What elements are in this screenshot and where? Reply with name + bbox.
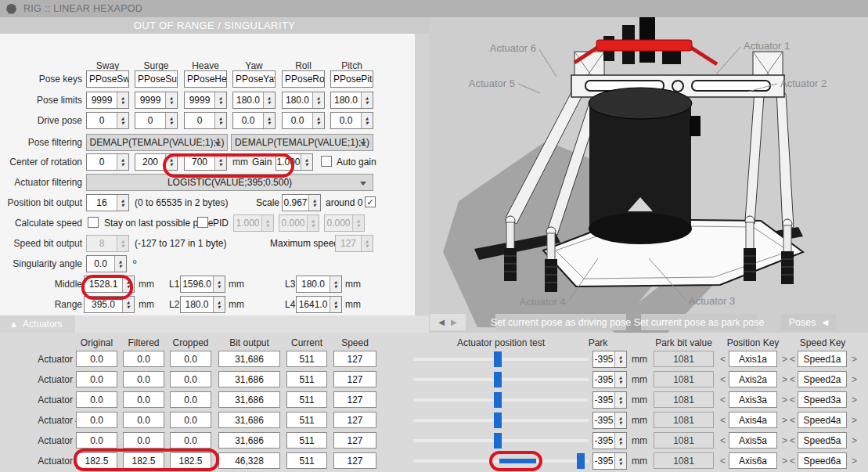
position-key-prev-button[interactable]: < <box>720 374 726 385</box>
spinner-arrows-icon[interactable]: ▲▼ <box>312 113 324 128</box>
actuator-position-test-slider[interactable] <box>413 432 589 449</box>
speed-key-next-button[interactable]: > <box>852 395 857 405</box>
spinner-arrows-icon[interactable]: ▲▼ <box>117 154 128 170</box>
spinner-arrows-icon[interactable]: ▲▼ <box>361 113 373 128</box>
position-key-next-button[interactable]: > <box>782 374 787 385</box>
spinner-arrows-icon[interactable]: ▲▼ <box>117 92 128 108</box>
speed-key-field[interactable]: Speed1a <box>798 351 847 367</box>
l4-spinner[interactable]: 1641.0▲▼ <box>296 296 342 313</box>
position-key-prev-button[interactable]: < <box>720 435 726 446</box>
spinner-arrows-icon[interactable]: ▲▼ <box>330 276 341 292</box>
calculate-speed-checkbox[interactable] <box>88 217 99 228</box>
hexapod-3d-viewport[interactable]: Actuator 6 Actuator 1 Actuator 5 Actuato… <box>429 17 868 333</box>
spinner-arrows-icon[interactable]: ▲▼ <box>214 92 226 108</box>
speed-key-field[interactable]: Speed2a <box>798 371 847 387</box>
position-key-prev-button[interactable]: < <box>720 415 726 426</box>
middle-spinner[interactable]: 1528.1▲▼ <box>84 276 135 293</box>
spinner-arrows-icon[interactable]: ▲▼ <box>117 195 128 211</box>
pid-checkbox[interactable] <box>197 217 208 228</box>
drive-pose-heave-spinner[interactable]: 0▲▼ <box>184 112 227 129</box>
actuator-position-test-slider[interactable] <box>413 452 589 470</box>
drive-pose-surge-spinner[interactable]: 0▲▼ <box>135 112 178 129</box>
park-spinner[interactable]: -395▲▼ <box>592 452 627 470</box>
speed-key-next-button[interactable]: > <box>852 456 857 467</box>
speed-key-next-button[interactable]: > <box>852 374 857 385</box>
singularity-angle-spinner[interactable]: 0.0▲▼ <box>86 255 127 272</box>
position-key-next-button[interactable]: > <box>782 354 787 365</box>
speed-key-prev-button[interactable]: < <box>790 456 795 467</box>
spinner-arrows-icon[interactable]: ▲▼ <box>614 413 626 428</box>
speed-key-prev-button[interactable]: < <box>790 354 795 365</box>
drive-pose-pitch-spinner[interactable]: 0.0▲▼ <box>330 112 373 129</box>
spinner-arrows-icon[interactable]: ▲▼ <box>263 113 275 128</box>
actuator-position-test-slider[interactable] <box>413 391 589 409</box>
spinner-arrows-icon[interactable]: ▲▼ <box>165 92 177 108</box>
park-spinner[interactable]: -395▲▼ <box>592 432 627 449</box>
cor-z-spinner[interactable]: 700▲▼ <box>184 153 227 171</box>
around-zero-checkbox[interactable] <box>365 196 376 207</box>
l3-spinner[interactable]: 180.0▲▼ <box>296 276 342 293</box>
slider-handle[interactable] <box>494 351 502 367</box>
next-pose-icon[interactable]: ▶ <box>451 318 457 326</box>
spinner-arrows-icon[interactable]: ▲▼ <box>165 113 177 128</box>
slider-handle[interactable] <box>494 372 502 387</box>
spinner-arrows-icon[interactable]: ▲▼ <box>214 154 226 170</box>
speed-key-next-button[interactable]: > <box>852 354 857 365</box>
l2-spinner[interactable]: 180.0▲▼ <box>180 296 225 313</box>
drive-pose-roll-spinner[interactable]: 0.0▲▼ <box>282 112 325 129</box>
park-spinner[interactable]: -395▲▼ <box>592 351 627 368</box>
spinner-arrows-icon[interactable]: ▲▼ <box>213 276 225 292</box>
slider-handle[interactable] <box>494 413 502 428</box>
pose-key-roll-input[interactable]: PPoseRoll <box>282 70 325 88</box>
spinner-arrows-icon[interactable]: ▲▼ <box>614 453 626 469</box>
actuator-position-test-slider[interactable] <box>413 412 589 429</box>
tab-actuators[interactable]: ▲ Actuators <box>0 315 75 333</box>
speed-key-field[interactable]: Speed3a <box>798 391 847 408</box>
position-key-prev-button[interactable]: < <box>720 456 726 467</box>
speed-key-field[interactable]: Speed6a <box>798 452 847 469</box>
cor-x-spinner[interactable]: 0▲▼ <box>86 153 129 171</box>
speed-key-field[interactable]: Speed5a <box>798 432 847 449</box>
actuator-position-test-slider[interactable] <box>413 371 589 388</box>
position-bit-spinner[interactable]: 16▲▼ <box>86 194 129 211</box>
speed-key-prev-button[interactable]: < <box>790 395 795 405</box>
position-key-field[interactable]: Axis6a <box>729 452 777 469</box>
scale-spinner[interactable]: 0.967▲▼ <box>282 194 321 211</box>
spinner-arrows-icon[interactable]: ▲▼ <box>165 154 177 170</box>
spinner-arrows-icon[interactable]: ▲▼ <box>308 195 320 211</box>
position-key-field[interactable]: Axis5a <box>729 432 777 449</box>
drive-pose-yaw-spinner[interactable]: 0.0▲▼ <box>232 112 276 129</box>
pose-key-sway-input[interactable]: PPoseSway <box>86 70 129 88</box>
set-driving-pose-button[interactable]: Set current pose as driving pose <box>495 314 626 330</box>
pose-filtering-dropdown-rotation[interactable]: DEMALP(TEMALP(VALUE;1);1) <box>231 134 373 151</box>
slider-handle[interactable] <box>494 433 502 449</box>
spinner-arrows-icon[interactable]: ▲▼ <box>614 392 626 408</box>
drive-pose-sway-spinner[interactable]: 0▲▼ <box>86 112 129 129</box>
slider-handle[interactable] <box>494 392 502 408</box>
spinner-arrows-icon[interactable]: ▲▼ <box>214 113 226 128</box>
cor-y-spinner[interactable]: 200▲▼ <box>135 153 178 171</box>
actuator-position-test-slider[interactable] <box>413 351 589 368</box>
spinner-arrows-icon[interactable]: ▲▼ <box>361 92 373 108</box>
actuator-filtering-dropdown[interactable]: LOGISTIC(VALUE;395;0.500) <box>86 174 373 191</box>
pose-filtering-dropdown-translation[interactable]: DEMALP(TEMALP(VALUE;1);1) <box>86 134 228 151</box>
speed-key-next-button[interactable]: > <box>852 415 857 426</box>
spinner-arrows-icon[interactable]: ▲▼ <box>122 297 134 312</box>
pose-key-heave-input[interactable]: PPoseHeave <box>184 70 227 88</box>
range-spinner[interactable]: 395.0▲▼ <box>84 296 135 313</box>
poses-button[interactable]: Poses ◀ <box>781 314 836 330</box>
position-key-next-button[interactable]: > <box>782 395 787 405</box>
position-key-field[interactable]: Axis2a <box>729 371 777 387</box>
pose-limit-surge-spinner[interactable]: 9999▲▼ <box>135 92 178 109</box>
pose-key-yaw-input[interactable]: PPoseYaw <box>232 70 276 88</box>
pose-limit-yaw-spinner[interactable]: 180.0▲▼ <box>232 92 276 109</box>
l1-spinner[interactable]: 1596.0▲▼ <box>180 276 225 293</box>
position-key-next-button[interactable]: > <box>782 435 787 446</box>
speed-key-next-button[interactable]: > <box>852 435 857 446</box>
spinner-arrows-icon[interactable]: ▲▼ <box>301 154 312 170</box>
spinner-arrows-icon[interactable]: ▲▼ <box>330 297 341 312</box>
pose-key-surge-input[interactable]: PPoseSurge <box>135 70 178 88</box>
spinner-arrows-icon[interactable]: ▲▼ <box>263 92 275 108</box>
park-spinner[interactable]: -395▲▼ <box>592 391 627 409</box>
speed-key-prev-button[interactable]: < <box>790 435 795 446</box>
